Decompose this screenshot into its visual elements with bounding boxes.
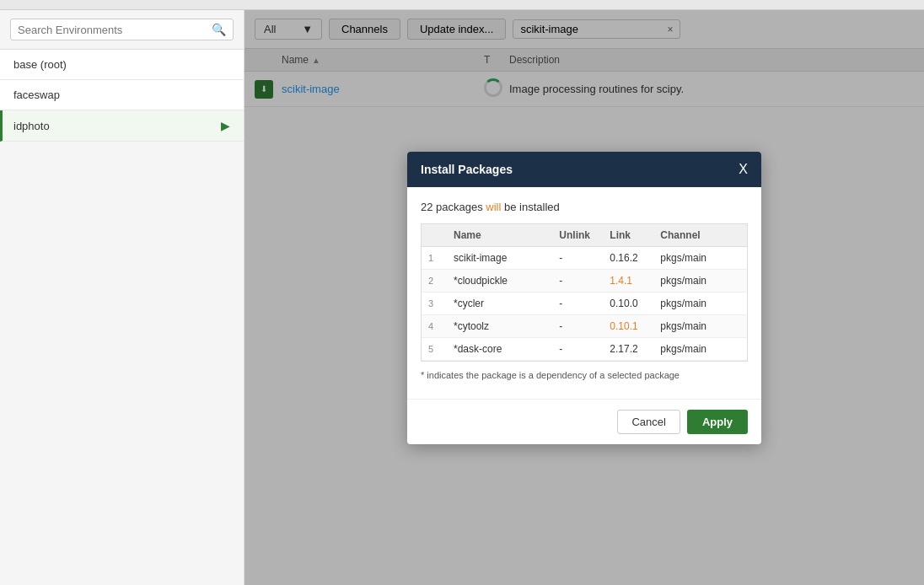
pkg-channel: pkgs/main: [653, 246, 747, 269]
search-environments-input[interactable]: [18, 24, 207, 36]
table-row: 3 *cycler - 0.10.0 pkgs/main: [422, 292, 747, 314]
row-num: 5: [422, 337, 447, 360]
modal-title: Install Packages: [421, 163, 513, 176]
table-row: 2 *cloudpickle - 1.4.1 pkgs/main: [422, 269, 747, 292]
install-summary: 22 packages will be installed: [421, 201, 748, 213]
env-item-faceswap[interactable]: faceswap: [0, 80, 244, 110]
pkg-channel: pkgs/main: [653, 314, 747, 337]
search-box-container: 🔍: [0, 10, 244, 50]
pkg-link: 0.16.2: [603, 246, 653, 269]
col-link-header: Link: [603, 224, 653, 247]
pkg-link: 0.10.1: [603, 314, 653, 337]
pkg-unlink: -: [552, 314, 603, 337]
search-box: 🔍: [10, 19, 234, 40]
env-item-idphoto[interactable]: idphoto ▶: [0, 110, 244, 142]
env-item-label: base (root): [13, 58, 67, 71]
pkg-channel: pkgs/main: [653, 269, 747, 292]
pkg-install-name: *cloudpickle: [447, 269, 552, 292]
play-icon: ▶: [221, 119, 230, 132]
col-channel-header: Channel: [653, 224, 747, 247]
pkg-unlink: -: [552, 337, 603, 360]
col-num-header: [422, 224, 447, 247]
env-item-base[interactable]: base (root): [0, 50, 244, 80]
dependency-note: * indicates the package is a dependency …: [421, 370, 748, 380]
row-num: 4: [422, 314, 447, 337]
table-row: 1 scikit-image - 0.16.2 pkgs/main: [422, 246, 747, 269]
cancel-button[interactable]: Cancel: [617, 410, 680, 434]
pkg-link: 2.17.2: [603, 337, 653, 360]
table-row: 4 *cytoolz - 0.10.1 pkgs/main: [422, 314, 747, 337]
env-item-label: faceswap: [13, 89, 60, 101]
content-area: All ▼ Channels Update index... × Name ▲ …: [244, 10, 924, 585]
pkg-channel: pkgs/main: [653, 292, 747, 314]
pkg-link: 0.10.0: [603, 292, 653, 314]
pkg-install-name: scikit-image: [447, 246, 552, 269]
top-bar: [0, 0, 924, 10]
sidebar: 🔍 base (root) faceswap idphoto ▶: [0, 10, 244, 585]
col-unlink-header: Unlink: [552, 224, 603, 247]
pkg-channel: pkgs/main: [653, 337, 747, 360]
search-icon: 🔍: [212, 23, 226, 36]
apply-button[interactable]: Apply: [687, 410, 748, 434]
pkg-unlink: -: [552, 269, 603, 292]
pkg-install-name: *cytoolz: [447, 314, 552, 337]
packages-install-table: Name Unlink Link Channel 1 scikit-image …: [422, 224, 747, 361]
pkg-unlink: -: [552, 292, 603, 314]
modal-overlay: Install Packages X 22 packages will be i…: [244, 10, 924, 585]
row-num: 2: [422, 269, 447, 292]
packages-table-container[interactable]: Name Unlink Link Channel 1 scikit-image …: [421, 223, 748, 362]
row-num: 1: [422, 246, 447, 269]
env-list: base (root) faceswap idphoto ▶: [0, 50, 244, 585]
pkg-link: 1.4.1: [603, 269, 653, 292]
install-packages-modal: Install Packages X 22 packages will be i…: [407, 152, 761, 444]
modal-header: Install Packages X: [407, 152, 761, 187]
pkg-install-name: *cycler: [447, 292, 552, 314]
row-num: 3: [422, 292, 447, 314]
pkg-install-name: *dask-core: [447, 337, 552, 360]
modal-body: 22 packages will be installed Name Unlin…: [407, 187, 761, 399]
modal-close-button[interactable]: X: [739, 162, 748, 177]
table-row: 5 *dask-core - 2.17.2 pkgs/main: [422, 337, 747, 360]
col-name-install-header: Name: [447, 224, 552, 247]
pkg-unlink: -: [552, 246, 603, 269]
modal-footer: Cancel Apply: [407, 399, 761, 444]
env-item-label: idphoto: [13, 120, 50, 132]
